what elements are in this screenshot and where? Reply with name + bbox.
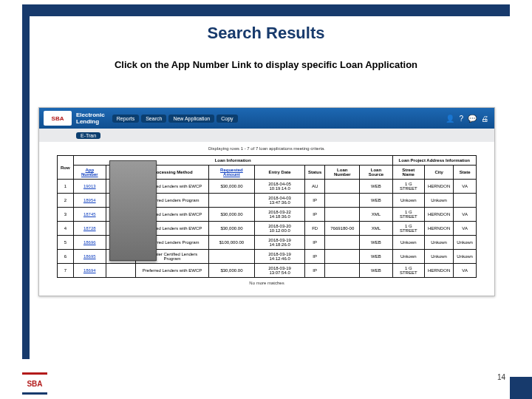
app-number-link[interactable]: 18694: [83, 268, 96, 273]
app-subbar: E-Tran: [39, 129, 494, 142]
cell-entry: 2018-04-03 13:47:36.0: [255, 194, 305, 208]
col-requested[interactable]: Requested Amount: [208, 166, 255, 180]
cell-processing: Preferred Lenders with EWCP: [136, 264, 208, 278]
cell-requested: $30,000.00: [208, 264, 255, 278]
cell-requested: [208, 194, 255, 208]
cell-loan-num: [325, 194, 360, 208]
cell-street: 1 G STREET: [392, 222, 424, 236]
footer-sba-logo: SBA: [22, 372, 47, 395]
tab-new-application[interactable]: New Application: [168, 115, 214, 123]
topbar-icons: 👤 ? 💬 🖨: [446, 115, 488, 123]
cell-state: VA: [454, 264, 477, 278]
cell-street: 1 G STREET: [392, 180, 424, 194]
cell-city: HERNDON: [424, 222, 453, 236]
app-number-link[interactable]: 18695: [83, 254, 96, 259]
col-source: Loan Source: [360, 166, 392, 180]
cell-street: 1 G STREET: [392, 208, 424, 222]
cell-state: VA: [454, 180, 477, 194]
cell-street: Unkown: [392, 194, 424, 208]
tab-copy[interactable]: Copy: [216, 115, 237, 123]
cell-app-number[interactable]: 18694: [73, 264, 106, 278]
section-addr-info: Loan Project Address Information: [392, 156, 476, 166]
chat-icon[interactable]: 💬: [468, 115, 477, 123]
app-number-link[interactable]: 18954: [83, 198, 96, 202]
col-loan-num: Loan Number: [325, 166, 360, 180]
cell-loan-num: [325, 250, 360, 264]
cell-entry: 2018-03-19 14:12:46.0: [255, 250, 305, 264]
cell-requested: $30,000.00: [208, 208, 255, 222]
cell-loan-num: [325, 208, 360, 222]
cell-loan-num: 7669180-00: [325, 222, 360, 236]
app-screenshot: SBA Electronic Lending Reports Search Ne…: [38, 107, 495, 296]
cell-city: Unkown: [424, 194, 453, 208]
cell-app-number[interactable]: 18696: [73, 236, 106, 250]
page-title: Search Results: [0, 24, 532, 43]
help-icon[interactable]: ?: [459, 115, 463, 123]
cell-loan-num: [325, 180, 360, 194]
results-table-wrap: Row Loan Information Loan Project Addres…: [39, 155, 494, 296]
cell-entry: 2018-03-20 10:12:00.0: [255, 222, 305, 236]
app-number-link[interactable]: 18696: [83, 240, 96, 245]
cell-state: Unkown: [454, 236, 477, 250]
footer-corner-accent: [510, 377, 532, 399]
cell-status: IP: [304, 208, 324, 222]
cell-source: WEB: [360, 264, 392, 278]
cell-state: VA: [454, 222, 477, 236]
brand-text: Electronic Lending: [76, 112, 105, 125]
cell-source: WEB: [360, 194, 392, 208]
cell-status: AU: [304, 180, 324, 194]
cell-app-number[interactable]: 19013: [73, 180, 106, 194]
cell-street: Unkown: [392, 250, 424, 264]
person-icon[interactable]: 👤: [446, 115, 454, 123]
cell-app-number[interactable]: 18954: [73, 194, 106, 208]
cell-row: 3: [58, 208, 74, 222]
col-entry: Entry Date: [255, 166, 305, 180]
subtab-etran[interactable]: E-Tran: [76, 132, 100, 139]
col-row: Row: [58, 156, 74, 180]
app-topbar: SBA Electronic Lending Reports Search Ne…: [39, 108, 494, 129]
cell-app-number[interactable]: 18745: [73, 208, 106, 222]
cell-requested: $30,000.00: [208, 180, 255, 194]
tab-reports[interactable]: Reports: [112, 115, 140, 123]
cell-requested: [208, 250, 255, 264]
nav-tabs: Reports Search New Application Copy: [112, 115, 238, 123]
cell-requested: $30,000.00: [208, 222, 255, 236]
app-number-link[interactable]: 18728: [83, 226, 96, 231]
cell-status: IP: [304, 264, 324, 278]
col-street: Street Name: [392, 166, 424, 180]
cell-source: WEB: [360, 180, 392, 194]
cell-city: Unkown: [424, 236, 453, 250]
cell-row: 5: [58, 236, 74, 250]
cell-row: 4: [58, 222, 74, 236]
app-number-link[interactable]: 19013: [83, 184, 96, 188]
cell-requested: $100,000.00: [208, 236, 255, 250]
cell-app-number[interactable]: 18695: [73, 250, 106, 264]
cell-state: [454, 194, 477, 208]
col-state: State: [454, 166, 477, 180]
cell-row: 2: [58, 194, 74, 208]
print-icon[interactable]: 🖨: [481, 115, 488, 123]
cell-status: IP: [304, 194, 324, 208]
cell-city: HERNDON: [424, 180, 453, 194]
page-subtitle: Click on the App Number Link to display …: [0, 59, 532, 70]
cell-entry: 2018-04-05 10:19:14.0: [255, 180, 305, 194]
tab-search[interactable]: Search: [141, 115, 166, 123]
cell-source: WEB: [360, 250, 392, 264]
table-row: 718694Preferred Lenders with EWCP$30,000…: [58, 264, 477, 278]
col-app-number[interactable]: App Number: [73, 166, 106, 180]
cell-row: 7: [58, 264, 74, 278]
no-more-matches: No more matches: [57, 278, 477, 290]
cell-entry: 2018-03-22 14:18:36.0: [255, 208, 305, 222]
app-number-link[interactable]: 18745: [83, 212, 96, 216]
cell-loan-num: [325, 236, 360, 250]
cell-state: VA: [454, 208, 477, 222]
cell-city: HERNDON: [424, 208, 453, 222]
cell-row: 6: [58, 250, 74, 264]
col-city: City: [424, 166, 453, 180]
cell-source: XML: [360, 222, 392, 236]
cell-source: WEB: [360, 236, 392, 250]
page-number: 14: [497, 373, 505, 381]
cell-app-number[interactable]: 18728: [73, 222, 106, 236]
redaction-overlay: [109, 160, 157, 261]
cell-state: Unkown: [454, 250, 477, 264]
